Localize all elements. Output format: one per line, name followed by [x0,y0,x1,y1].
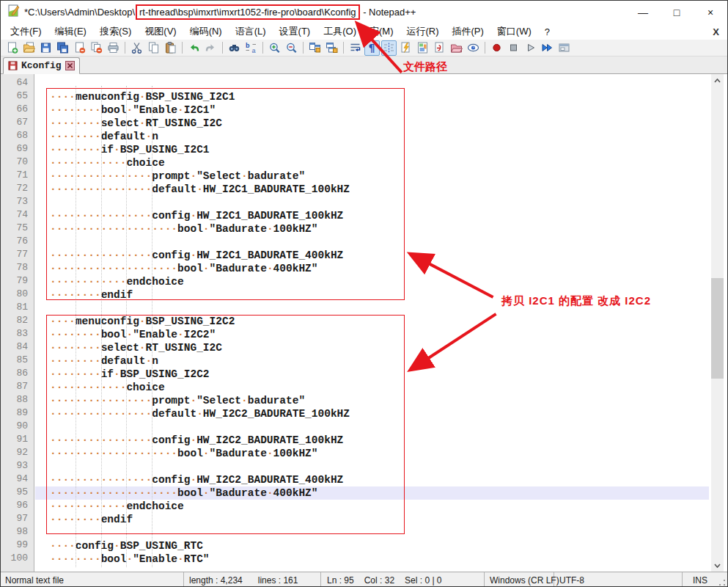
indent-guide-icon[interactable] [381,40,397,56]
sync-h-scroll-icon[interactable] [324,40,339,56]
notepadpp-app-icon[interactable] [7,4,20,20]
zoom-in-icon[interactable] [267,40,282,56]
menu-item-view[interactable]: 视图(V) [138,23,183,40]
menu-item-help[interactable]: ? [538,25,556,39]
close-file-icon[interactable] [72,40,87,56]
menu-item-edit[interactable]: 编辑(E) [48,23,93,40]
macro-stop-icon[interactable] [506,40,521,56]
resize-grip[interactable] [718,579,726,586]
text-area[interactable]: ····menuconfig·BSP_USING_I2C1········boo… [35,74,709,572]
code-line[interactable]: ····menuconfig·BSP_USING_I2C1 [35,90,709,103]
close-document-x[interactable]: X [713,26,719,37]
code-line[interactable]: ············choice [35,381,709,394]
code-line[interactable]: ····················bool·"Badurate·100kH… [35,447,709,460]
code-line[interactable]: ····config·BSP_USING_RTC [35,539,709,553]
code-line[interactable]: ········bool·"Enable·RTC" [35,553,709,566]
replace-icon[interactable]: ba [243,40,259,56]
minimize-button[interactable]: — [626,1,660,23]
status-eol-format[interactable]: Windows (CR LF) [485,572,554,587]
open-folder-icon[interactable] [21,40,37,56]
code-line[interactable]: ········if·BSP_USING_I2C1 [35,143,709,156]
close-button[interactable]: × [694,1,727,23]
new-file-icon[interactable] [4,40,20,56]
code-line[interactable] [35,302,709,315]
paste-icon[interactable] [163,40,178,56]
code-line[interactable]: ········select·RT_USING_I2C [35,117,709,130]
title-bar[interactable]: *C:\Users\Admin\Desktop\ rt-thread\bsp\i… [1,1,727,23]
code-line[interactable]: ········if·BSP_USING_I2C2 [35,368,709,381]
macro-run-multi-icon[interactable] [540,40,555,56]
menu-item-settings[interactable]: 设置(T) [273,23,317,40]
code-line[interactable]: ············endchoice [35,275,709,288]
status-insert-mode[interactable]: INS [683,572,727,587]
code-line[interactable] [35,460,709,473]
sync-v-scroll-icon[interactable] [307,40,323,56]
undo-icon[interactable] [186,40,202,56]
function-list-icon[interactable] [398,40,413,56]
monitoring-icon[interactable] [466,40,481,56]
code-line[interactable]: ················config·HW_I2C2_BADURATE_… [35,473,709,486]
code-line[interactable]: ················config·HW_I2C1_BADURATE_… [35,249,709,262]
menu-item-search[interactable]: 搜索(S) [93,23,138,40]
code-line[interactable]: ············choice [35,156,709,169]
code-line[interactable]: ····menuconfig·BSP_USING_I2C2 [35,315,709,328]
code-line[interactable]: ················config·HW_I2C2_BADURATE_… [35,434,709,447]
code-line[interactable] [35,236,709,249]
code-line[interactable]: ····················bool·"Badurate·400kH… [35,262,709,275]
find-icon[interactable] [227,40,242,56]
word-wrap-icon[interactable] [348,40,363,56]
code-line[interactable]: ····················bool·"Badurate·100kH… [35,222,709,236]
code-line[interactable] [35,196,709,209]
menu-item-macro[interactable]: 宏(M) [363,23,400,40]
code-line[interactable] [35,420,709,434]
menu-item-run[interactable]: 运行(R) [400,23,445,40]
macro-record-icon[interactable] [489,40,504,56]
macro-play-icon[interactable] [523,40,538,56]
print-icon[interactable] [106,40,121,56]
save-icon[interactable] [38,40,54,56]
code-line[interactable]: ········bool·"Enable·I2C2" [35,328,709,341]
code-line[interactable]: ········default·n [35,354,709,368]
maximize-button[interactable]: □ [660,1,694,23]
code-line[interactable]: ········default·n [35,130,709,143]
line-number-gutter[interactable]: 6465666768697071727374757677787980818283… [1,74,34,572]
code-line[interactable]: ················default·HW_I2C1_BADURATE… [35,183,709,196]
save-all-icon[interactable] [55,40,70,56]
zoom-out-icon[interactable] [284,40,299,56]
code-line[interactable]: ············endchoice [35,500,709,513]
macro-save-icon[interactable] [556,40,572,56]
code-line[interactable] [35,526,709,539]
define-language-icon[interactable] [432,40,447,56]
code-line[interactable] [35,77,709,90]
code-line[interactable]: ················prompt·"Select·badurate" [35,169,709,183]
scrollbar-thumb[interactable] [711,278,724,379]
cut-icon[interactable] [129,40,144,56]
status-encoding[interactable]: UTF-8 [554,572,683,587]
scroll-down-arrow-icon[interactable] [711,559,724,572]
tab-close-icon[interactable] [65,61,75,70]
menu-item-window[interactable]: 窗口(W) [490,23,538,40]
code-line[interactable]: ················prompt·"Select·badurate" [35,394,709,407]
code-line[interactable]: ········bool·"Enable·I2C1" [35,103,709,117]
menu-item-file[interactable]: 文件(F) [4,23,48,40]
code-line[interactable]: ········endif [35,288,709,302]
code-line[interactable]: ················default·HW_I2C2_BADURATE… [35,407,709,420]
menu-item-encoding[interactable]: 编码(N) [183,23,229,40]
document-map-icon[interactable] [415,40,430,56]
redo-icon[interactable] [203,40,218,56]
close-all-files-icon[interactable] [89,40,104,56]
code-line[interactable]: ········endif [35,513,709,526]
scroll-up-arrow-icon[interactable] [711,74,724,87]
menu-item-tools[interactable]: 工具(O) [317,23,363,40]
code-line[interactable]: ····················bool·"Badurate·400kH… [35,486,709,500]
menu-item-plugins[interactable]: 插件(P) [446,23,490,40]
folder-as-workspace-icon[interactable] [449,40,464,56]
show-all-chars-icon[interactable]: ¶ [364,40,380,56]
vertical-scrollbar[interactable] [711,74,724,572]
menu-item-language[interactable]: 语言(L) [229,23,273,40]
editor-pane[interactable]: 6465666768697071727374757677787980818283… [1,74,727,572]
tab-kconfig[interactable]: Kconfig [3,57,80,74]
copy-icon[interactable] [146,40,161,56]
code-line[interactable]: ········select·RT_USING_I2C [35,341,709,354]
code-line[interactable]: ················config·HW_I2C1_BADURATE_… [35,209,709,222]
